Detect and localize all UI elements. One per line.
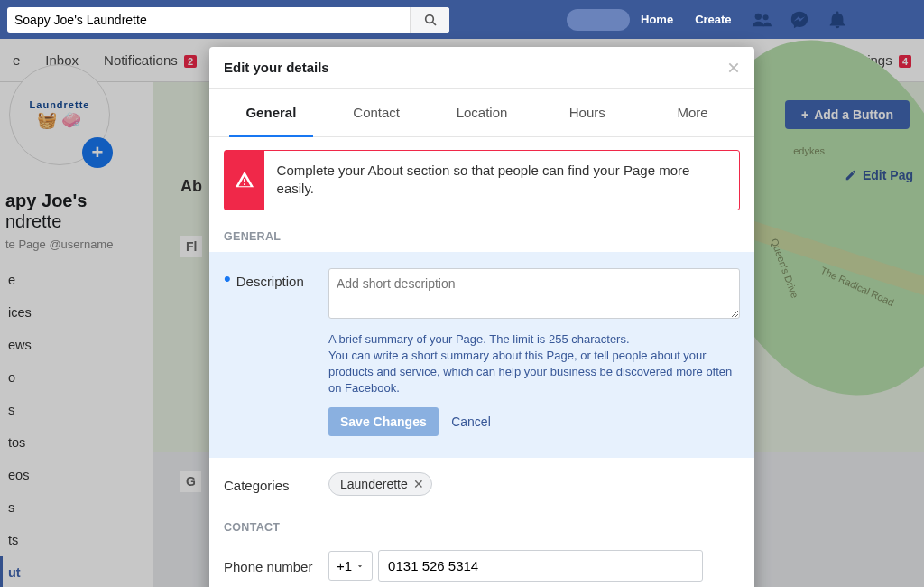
nav-create[interactable]: Create xyxy=(684,13,742,26)
tab-hours[interactable]: Hours xyxy=(534,89,640,136)
svg-line-1 xyxy=(432,22,436,25)
completion-alert: Complete your About section so that peop… xyxy=(224,150,740,210)
categories-label: Categories xyxy=(224,478,290,496)
description-help: A brief summary of your Page. The limit … xyxy=(328,322,740,408)
save-button[interactable]: Save Changes xyxy=(328,407,439,436)
chip-label: Launderette xyxy=(340,477,408,491)
indicator-dot: • xyxy=(224,274,231,437)
profile-pill[interactable] xyxy=(567,9,630,31)
svg-point-3 xyxy=(762,14,768,20)
description-label: Description xyxy=(236,274,304,437)
messenger-icon[interactable] xyxy=(790,10,809,30)
search-wrap xyxy=(7,7,449,33)
cancel-button[interactable]: Cancel xyxy=(451,415,491,429)
section-contact-label: CONTACT xyxy=(224,503,740,543)
top-icons xyxy=(752,10,847,30)
close-icon xyxy=(727,61,740,74)
country-code-value: +1 xyxy=(337,558,352,573)
tab-contact[interactable]: Contact xyxy=(324,89,430,136)
svg-point-2 xyxy=(754,13,761,19)
phone-label: Phone number xyxy=(224,559,312,582)
country-code-select[interactable]: +1 xyxy=(328,551,373,581)
remove-chip-icon[interactable]: ✕ xyxy=(413,477,424,491)
close-button[interactable] xyxy=(727,61,740,74)
section-general-label: GENERAL xyxy=(224,227,740,252)
tab-general[interactable]: General xyxy=(218,89,324,136)
warning-icon xyxy=(235,170,254,190)
edit-details-modal: Edit your details General Contact Locati… xyxy=(209,47,754,587)
search-button[interactable] xyxy=(410,7,449,33)
tab-location[interactable]: Location xyxy=(430,89,535,136)
category-chip[interactable]: Launderette ✕ xyxy=(328,472,432,496)
phone-input[interactable] xyxy=(378,550,703,582)
alert-text: Complete your About section so that peop… xyxy=(264,151,739,210)
search-input[interactable] xyxy=(7,13,410,27)
search-icon xyxy=(423,13,438,27)
svg-point-0 xyxy=(425,14,433,23)
top-bar: Home Create xyxy=(0,0,924,39)
nav-home[interactable]: Home xyxy=(630,13,684,26)
bell-icon[interactable] xyxy=(827,10,847,30)
chevron-down-icon xyxy=(356,562,365,571)
modal-title: Edit your details xyxy=(224,60,329,75)
description-input[interactable] xyxy=(328,268,740,319)
friends-icon[interactable] xyxy=(752,10,772,30)
tab-more[interactable]: More xyxy=(640,89,745,136)
